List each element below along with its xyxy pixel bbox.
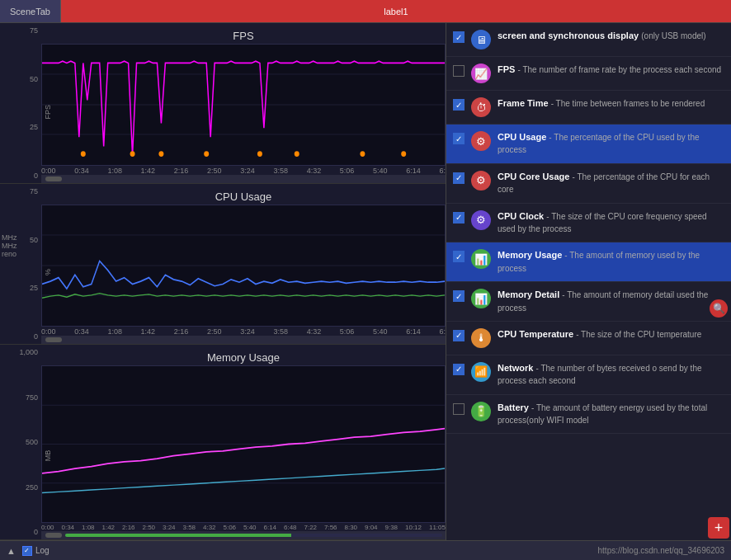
cpu-scrollbar[interactable]	[41, 336, 446, 344]
metric-icon-fps: 📈	[471, 64, 491, 83]
metric-icon-memory-detail: 📊	[471, 289, 491, 308]
metric-text-cpu-usage: CPU Usage - The percentage of the CPU us…	[498, 131, 724, 157]
metric-checkbox-cpu-clock[interactable]: ✓	[453, 212, 465, 224]
svg-point-3	[81, 151, 86, 157]
svg-point-7	[257, 151, 262, 157]
metrics-panel: ✓ 🖥 screen and synchronous display (only…	[446, 23, 731, 540]
metric-checkbox-screen[interactable]: ✓	[453, 31, 465, 43]
top-bar: SceneTab label1	[0, 0, 731, 23]
metric-text-cpu-temp: CPU Temperature - The size of the CPU te…	[498, 328, 724, 341]
metric-item-cpu-clock[interactable]: ✓ ⚙ CPU Clock - The size of the CPU core…	[446, 204, 731, 243]
memory-chart-area: MB	[41, 365, 446, 523]
fps-markers	[81, 151, 406, 157]
metric-checkbox-fps[interactable]	[453, 65, 465, 77]
svg-point-8	[295, 151, 299, 157]
metric-text-cpu-clock: CPU Clock - The size of the CPU core fre…	[498, 210, 724, 236]
cpu-mhz-label1: MHz	[2, 233, 17, 242]
log-toggle[interactable]: ✓ Log	[22, 546, 50, 556]
metric-item-network[interactable]: ✓ 📶 Network - The number of bytes receiv…	[446, 355, 731, 395]
metric-text-network: Network - The number of bytes received o…	[498, 362, 724, 388]
cpu-mhz-label2: MHz	[2, 242, 17, 250]
metric-checkbox-memory-detail[interactable]: ✓	[453, 290, 465, 302]
metric-icon-cpu-temp: 🌡	[471, 328, 491, 348]
label-tab[interactable]: label1	[61, 0, 731, 22]
metric-item-fps[interactable]: 📈 FPS - The number of frame rate by the …	[446, 57, 731, 91]
fps-title: FPS	[41, 26, 446, 44]
metric-icon-frame-time: ⏱	[471, 97, 491, 117]
cpu-title: CPU Usage	[41, 187, 446, 205]
main-content: 75 50 25 0 FPS FPS	[0, 23, 731, 540]
metric-text-screen: screen and synchronous display (only USB…	[498, 30, 724, 42]
fps-y-axis: 75 50 25 0	[0, 23, 40, 183]
metric-icon-memory-usage: 📊	[471, 249, 491, 269]
metric-checkbox-cpu-usage[interactable]: ✓	[453, 133, 465, 144]
metric-item-cpu-core[interactable]: ✓ ⚙ CPU Core Usage - The percentage of t…	[446, 164, 731, 204]
metric-icon-network: 📶	[471, 362, 491, 382]
metric-checkbox-battery[interactable]	[453, 403, 465, 415]
fps-chart-area: FPS	[41, 44, 446, 166]
expand-icon[interactable]: ▲	[7, 546, 16, 556]
metric-item-cpu-temp[interactable]: ✓ 🌡 CPU Temperature - The size of the CP…	[446, 322, 731, 355]
metric-text-memory-usage: Memory Usage - The amount of memory used…	[498, 249, 724, 275]
cpu-chart-area: %	[41, 205, 446, 327]
metric-item-battery[interactable]: 🔋 Battery - The amount of battery energy…	[446, 395, 731, 435]
metric-checkbox-frame-time[interactable]: ✓	[453, 99, 465, 111]
memory-x-axis: 0:00 0:34 1:08 1:42 2:16 2:50 3:24 3:58 …	[41, 523, 446, 531]
fps-section: 75 50 25 0 FPS FPS	[0, 23, 446, 184]
svg-point-4	[130, 151, 135, 157]
memory-section: 1,000 750 500 250 0 Memory Usage MB	[0, 345, 446, 540]
metric-item-cpu-usage[interactable]: ✓ ⚙ CPU Usage - The percentage of the CP…	[446, 125, 731, 164]
cpu-y-axis: 75 50 25 0	[0, 184, 40, 344]
memory-chart-svg	[42, 366, 445, 522]
metric-checkbox-cpu-temp[interactable]: ✓	[453, 330, 465, 341]
log-label: Log	[35, 546, 50, 555]
metric-icon-cpu-core: ⚙	[471, 171, 491, 191]
url-bar: https://blog.csdn.net/qq_34696203	[598, 546, 724, 555]
metric-icon-cpu-clock: ⚙	[471, 210, 491, 230]
svg-point-10	[401, 151, 406, 157]
metric-text-memory-detail: Memory Detail - The amount of memory det…	[498, 289, 724, 314]
svg-point-6	[204, 151, 209, 157]
metric-icon-screen: 🖥	[471, 30, 491, 49]
metric-text-fps: FPS - The number of frame rate by the pr…	[498, 64, 724, 76]
search-icon[interactable]: 🔍	[710, 299, 728, 318]
add-button[interactable]: +	[708, 517, 729, 539]
memory-scrollbar[interactable]	[41, 531, 446, 539]
fps-x-axis: 0:00 0:34 1:08 1:42 2:16 2:50 3:24 3:58 …	[41, 166, 446, 175]
cpu-chart-svg	[42, 205, 445, 326]
metric-text-battery: Battery - The amount of battery energy u…	[498, 402, 724, 427]
metric-icon-battery: 🔋	[471, 402, 491, 421]
fps-chart-svg	[42, 45, 445, 165]
metric-checkbox-network[interactable]: ✓	[453, 364, 465, 375]
cpu-reno-label: reno	[2, 250, 17, 258]
charts-panel: 75 50 25 0 FPS FPS	[0, 23, 446, 540]
metric-text-frame-time: Frame Time - The time between frames to …	[498, 97, 724, 110]
metric-checkbox-memory-usage[interactable]: ✓	[453, 251, 465, 262]
fps-scrollbar[interactable]	[41, 175, 446, 183]
svg-point-9	[360, 151, 365, 157]
svg-point-5	[158, 151, 163, 157]
cpu-x-axis: 0:00 0:34 1:08 1:42 2:16 2:50 3:24 3:58 …	[41, 327, 446, 336]
metric-item-frame-time[interactable]: ✓ ⏱ Frame Time - The time between frames…	[446, 91, 731, 125]
metric-item-screen[interactable]: ✓ 🖥 screen and synchronous display (only…	[446, 23, 731, 57]
cpu-section: MHz MHz reno 75 50 25 0 CPU Usage %	[0, 184, 446, 345]
scene-tab[interactable]: SceneTab	[0, 0, 61, 22]
log-checkbox[interactable]: ✓	[22, 546, 32, 556]
memory-y-axis: 1,000 750 500 250 0	[0, 345, 40, 539]
metric-text-cpu-core: CPU Core Usage - The percentage of the C…	[498, 171, 724, 196]
memory-title: Memory Usage	[41, 348, 446, 365]
metric-checkbox-cpu-core[interactable]: ✓	[453, 172, 465, 184]
bottom-left: ▲ ✓ Log	[7, 546, 50, 556]
bottom-bar: ▲ ✓ Log https://blog.csdn.net/qq_3469620…	[0, 540, 731, 560]
metric-icon-cpu-usage: ⚙	[471, 131, 491, 151]
metric-item-memory-detail[interactable]: ✓ 📊 Memory Detail - The amount of memory…	[446, 282, 731, 322]
metric-item-memory-usage[interactable]: ✓ 📊 Memory Usage - The amount of memory …	[446, 242, 731, 282]
